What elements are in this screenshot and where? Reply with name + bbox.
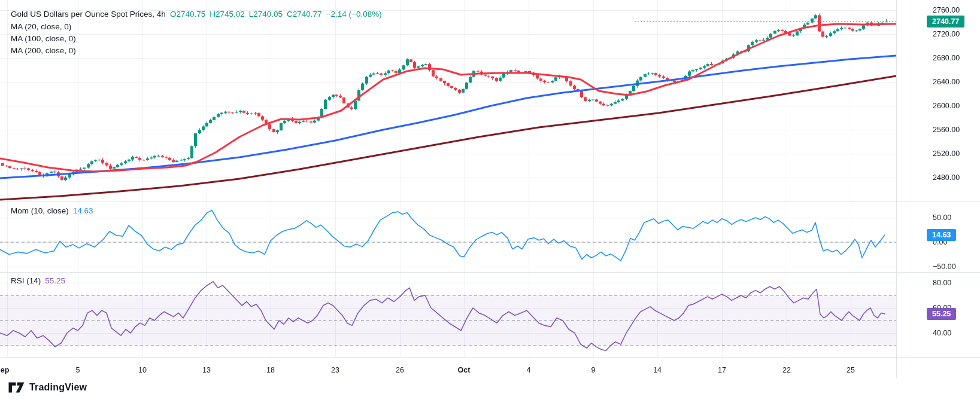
- time-axis-label: 26: [396, 365, 404, 375]
- rsi-value-badge: 55.25: [927, 308, 956, 320]
- momentum-legend-name: Mom (10, close): [11, 206, 69, 216]
- ohlc-high: H2745.02: [210, 10, 245, 19]
- price-axis-label: 50.00: [933, 213, 951, 222]
- price-axis-label: 2480.00: [933, 173, 960, 182]
- time-axis-label: Oct: [458, 365, 471, 375]
- time-axis-label: 23: [331, 365, 339, 375]
- time-axis-label: 25: [846, 365, 855, 375]
- price-axis-label: 2600.00: [933, 101, 960, 111]
- time-axis-label: ep: [1, 365, 10, 375]
- momentum-legend-value: 14.63: [73, 206, 93, 216]
- ma100-legend[interactable]: MA (100, close, 0): [11, 34, 76, 44]
- time-axis-label: 9: [591, 365, 596, 375]
- time-axis-label: 10: [138, 365, 147, 375]
- ma200-legend[interactable]: MA (200, close, 0): [11, 46, 76, 56]
- rsi-legend-name: RSI (14): [11, 276, 41, 286]
- price-axis-label: 40.00: [933, 328, 951, 338]
- price-axis-label: 2520.00: [933, 149, 960, 158]
- price-axis-label: −50.00: [933, 262, 956, 271]
- tradingview-logo-text: TradingView: [29, 382, 87, 393]
- symbol-title[interactable]: Gold US Dollars per Ounce Spot Prices, 4…: [11, 10, 166, 19]
- time-axis-label: 22: [782, 365, 791, 375]
- time-axis-label: 17: [718, 365, 726, 375]
- rsi-legend-value: 55.25: [45, 276, 65, 286]
- chart-canvas[interactable]: [0, 0, 980, 403]
- momentum-legend[interactable]: Mom (10, close) 14.63: [11, 206, 93, 216]
- rsi-legend[interactable]: RSI (14) 55.25: [11, 276, 65, 286]
- price-axis-label: 2680.00: [933, 53, 960, 63]
- price-axis-label: 2720.00: [933, 29, 960, 39]
- ohlc-open: O2740.75: [170, 10, 205, 19]
- time-axis-label: 13: [202, 365, 211, 375]
- price-axis-label: 2760.00: [933, 5, 960, 15]
- time-axis-label: 4: [527, 365, 531, 375]
- symbol-legend[interactable]: Gold US Dollars per Ounce Spot Prices, 4…: [11, 10, 382, 19]
- price-axis-label: 2640.00: [933, 77, 960, 87]
- time-axis-label: 14: [653, 365, 662, 375]
- trading-chart-app: Gold US Dollars per Ounce Spot Prices, 4…: [0, 0, 980, 403]
- momentum-value-badge: 14.63: [927, 229, 956, 241]
- time-axis-label: 5: [76, 365, 80, 375]
- price-change: −2.14 (−0.08%): [326, 10, 382, 19]
- ma20-legend[interactable]: MA (20, close, 0): [11, 22, 71, 32]
- ohlc-close: C2740.77: [287, 10, 322, 19]
- price-axis-label: 2560.00: [933, 125, 960, 135]
- tradingview-logo[interactable]: TradingView: [8, 381, 87, 393]
- price-axis-label: 80.00: [933, 278, 951, 288]
- ohlc-low: L2740.05: [249, 10, 283, 19]
- time-axis-label: 18: [266, 365, 275, 375]
- last-price-badge: 2740.77: [927, 16, 964, 28]
- tradingview-logo-icon: [8, 381, 25, 393]
